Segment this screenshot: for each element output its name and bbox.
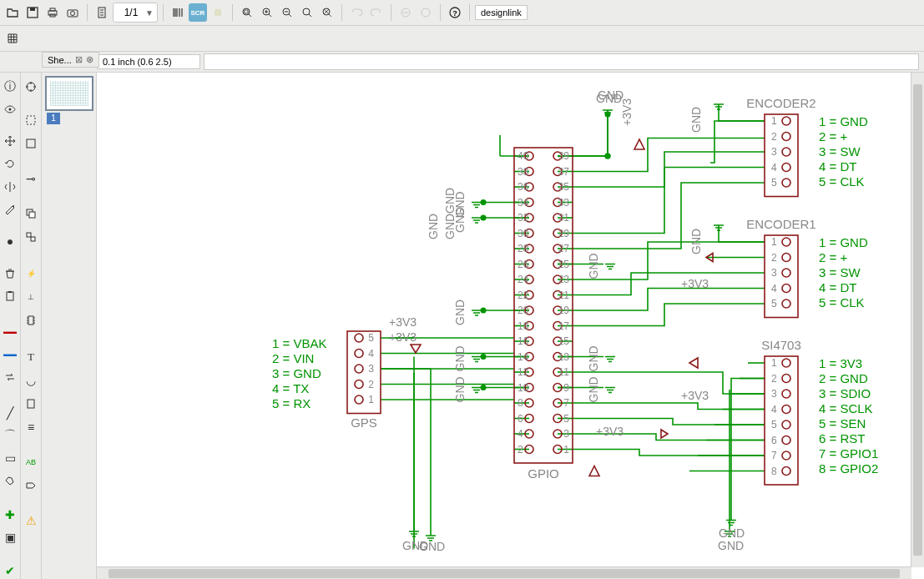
svg-text:34: 34 (518, 197, 529, 209)
svg-text:2 = VIN: 2 = VIN (272, 351, 314, 365)
svg-point-20 (13, 205, 14, 207)
svg-point-97 (782, 284, 790, 293)
warn-icon[interactable]: ⚠ (22, 511, 40, 530)
cap-icon[interactable]: ⊥ (22, 288, 40, 306)
canvas[interactable]: 4039383736353433323130292827262524232221… (97, 73, 911, 567)
svg-point-37 (481, 385, 487, 390)
svg-text:ENCODER1: ENCODER1 (746, 217, 815, 231)
svg-text:18: 18 (518, 320, 529, 332)
svg-text:20: 20 (518, 305, 529, 316)
arc-icon[interactable]: ⌒ (1, 426, 19, 444)
layer2-icon[interactable]: ▬▬ (1, 345, 19, 363)
svg-text:GND: GND (453, 376, 467, 402)
tag-icon[interactable] (22, 476, 40, 495)
box-icon[interactable]: ▣ (1, 528, 19, 546)
svg-text:5: 5 (771, 177, 777, 189)
rotate-icon[interactable] (1, 155, 19, 173)
help-icon[interactable]: ? (446, 3, 464, 22)
zoom-in-icon[interactable] (258, 3, 276, 22)
zoom-out-icon[interactable] (278, 3, 296, 22)
eye-icon[interactable] (1, 100, 19, 118)
layer1-icon[interactable]: ▬▬ (1, 323, 19, 340)
swap-icon[interactable] (1, 369, 19, 386)
svg-point-104 (782, 420, 790, 429)
zoom-fit-icon[interactable] (238, 3, 256, 22)
resistor-icon[interactable]: ⚡ (22, 264, 40, 283)
text-icon[interactable]: T (22, 348, 40, 366)
scr-icon[interactable]: SCR (189, 3, 207, 22)
svg-text:29: 29 (558, 228, 570, 239)
settings-icon[interactable] (1, 200, 19, 218)
vertical-scrollbar[interactable] (911, 73, 924, 567)
trash-icon[interactable] (1, 265, 19, 283)
svg-text:1: 1 (771, 115, 777, 127)
grid-icon[interactable] (3, 29, 22, 48)
svg-text:7: 7 (563, 397, 569, 409)
horizontal-scrollbar[interactable] (97, 566, 911, 579)
sheet-tab[interactable]: She... ⊠ ⊗ (42, 52, 99, 68)
move-icon[interactable] (1, 133, 19, 150)
svg-text:9: 9 (563, 382, 569, 394)
sheet-tab-pin-icon[interactable]: ⊠ (75, 54, 83, 65)
open-icon[interactable] (3, 3, 22, 22)
dot-icon[interactable]: ● (1, 233, 19, 250)
svg-text:5 = CLK: 5 = CLK (819, 295, 865, 310)
status-row: She... ⊠ ⊗ 0.1 inch (0.6 2.5) (0, 52, 924, 73)
sheet-solid-icon[interactable] (22, 134, 40, 153)
page-input[interactable] (117, 6, 145, 19)
copy-icon[interactable] (22, 204, 40, 223)
svg-point-34 (481, 215, 487, 221)
svg-text:4: 4 (771, 283, 777, 295)
group-icon[interactable] (22, 228, 40, 246)
svg-text:2: 2 (518, 444, 523, 456)
svg-text:36: 36 (518, 181, 529, 193)
plus-icon[interactable]: ✚ (1, 506, 19, 523)
arc2-icon[interactable]: ◡ (22, 371, 40, 390)
sheet-icon[interactable] (93, 3, 111, 22)
sheet-thumbnail[interactable] (45, 76, 93, 111)
designlink-button[interactable]: designlink (475, 5, 528, 20)
print-icon[interactable] (43, 3, 62, 22)
mirror-icon[interactable] (1, 178, 19, 195)
svg-point-91 (782, 164, 790, 172)
svg-text:1 = VBAK: 1 = VBAK (272, 336, 326, 350)
svg-text:32: 32 (518, 212, 529, 224)
cam-icon[interactable] (63, 3, 82, 22)
page-icon[interactable] (22, 395, 40, 413)
sheet-tab-label: She... (48, 55, 72, 65)
sheet-tab-close-icon[interactable]: ⊗ (86, 54, 93, 65)
sheet-dot-icon[interactable] (22, 111, 40, 129)
paste-icon[interactable] (1, 288, 19, 305)
svg-point-86 (355, 395, 363, 404)
pin-icon[interactable]: ⊸ (22, 169, 40, 188)
page-selector[interactable]: ▼ (113, 3, 158, 23)
svg-text:14: 14 (518, 351, 529, 363)
chevron-down-icon[interactable]: ▼ (145, 8, 154, 18)
coord-display: 0.1 inch (0.6 2.5) (97, 54, 200, 69)
label-icon[interactable]: AB (22, 453, 40, 471)
svg-text:3: 3 (563, 428, 569, 440)
svg-rect-8 (215, 9, 221, 16)
poly-icon[interactable] (1, 471, 19, 489)
lines-icon[interactable]: ≡ (22, 418, 40, 436)
save-icon[interactable] (23, 3, 42, 22)
command-input[interactable] (204, 53, 919, 70)
svg-text:GND: GND (596, 92, 622, 105)
svg-text:11: 11 (558, 366, 570, 378)
zoom-sel-icon[interactable] (298, 3, 316, 22)
marker-icon (209, 3, 227, 22)
rect-icon[interactable]: ▭ (1, 449, 19, 466)
target-icon[interactable] (22, 78, 40, 96)
svg-text:8: 8 (518, 397, 523, 409)
svg-text:GND: GND (402, 539, 428, 552)
line-icon[interactable]: ╱ (1, 404, 19, 421)
check-icon[interactable]: ✔ (1, 562, 19, 579)
svg-text:8 = GPIO2: 8 = GPIO2 (819, 461, 878, 476)
svg-text:5: 5 (771, 419, 777, 430)
zoom-ext-icon[interactable] (318, 3, 336, 22)
info-icon[interactable]: ⓘ (1, 78, 19, 95)
ic-icon[interactable] (22, 311, 40, 330)
svg-rect-28 (27, 233, 31, 237)
barcode-icon[interactable] (169, 3, 187, 22)
svg-rect-99 (765, 356, 798, 485)
